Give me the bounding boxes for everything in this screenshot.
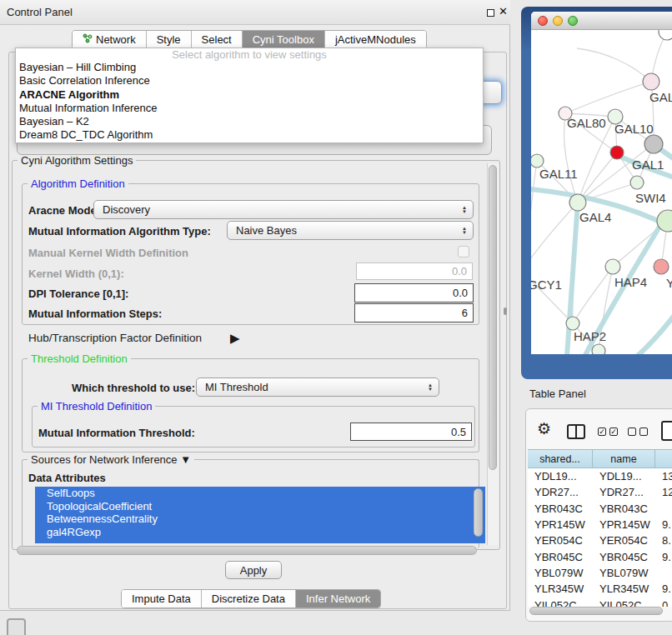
network-edge-thick[interactable]: [633, 315, 672, 354]
column-browser-icon[interactable]: [567, 424, 585, 439]
network-edge[interactable]: [531, 161, 537, 238]
table-panel: ⚙ ✓ ✓ shared...name YDL19...YDL19...13YD…: [525, 408, 672, 622]
control-panel-titlebar: Control Panel ✕: [0, 0, 510, 25]
tab-infer-network[interactable]: Infer Network: [296, 590, 380, 608]
node-gal?[interactable]: [643, 73, 659, 90]
table-column-header[interactable]: shared...: [528, 449, 593, 468]
node-label-gal4: GAL4: [579, 210, 611, 224]
table-cell: YPR145W: [593, 518, 655, 531]
zoom-traffic-light-icon[interactable]: [568, 16, 578, 26]
data-attributes-list[interactable]: SelfLoopsTopologicalCoefficientBetweenne…: [35, 487, 485, 543]
tab-select[interactable]: Select: [192, 31, 243, 48]
node-gal11[interactable]: [531, 154, 544, 168]
node-gal1[interactable]: [610, 146, 624, 159]
dpi-tolerance-field[interactable]: 0.0: [354, 283, 474, 302]
tab-discretize-data[interactable]: Discretize Data: [202, 590, 296, 608]
tab-jactivemnodules-label: jActiveMNodules: [335, 33, 416, 46]
table-column-header[interactable]: name: [593, 449, 655, 468]
table-row[interactable]: YIL052CYIL052C0.: [528, 597, 672, 607]
node-hap4[interactable]: [605, 259, 620, 274]
table-hscrollbar-thumb[interactable]: [529, 607, 663, 615]
algorithm-option[interactable]: Basic Correlation Inference: [16, 74, 483, 88]
table-cell: YBL079W: [528, 567, 593, 579]
algorithm-option[interactable]: Bayesian – Hill Climbing: [16, 61, 483, 74]
gear-icon[interactable]: ⚙: [537, 419, 551, 438]
data-attribute-item[interactable]: SelfLoops: [35, 487, 485, 500]
aracne-mode-combo[interactable]: Discovery ▲▼: [93, 200, 474, 219]
hub-expand-icon[interactable]: ▶: [230, 331, 240, 346]
table-row[interactable]: YDL19...YDL19...13: [528, 468, 672, 484]
kernel-width-field[interactable]: 0.0: [356, 262, 473, 280]
table-cell: YER054C: [593, 534, 655, 547]
table-row[interactable]: YER054CYER054C8.: [528, 532, 672, 548]
mi-threshold-value: 0.5: [451, 426, 466, 438]
deselect-all-checkbox-icon[interactable]: [639, 428, 648, 436]
table-cell: YBR045C: [528, 551, 593, 563]
which-threshold-combo[interactable]: MI Threshold ▲▼: [196, 378, 439, 397]
panel-title: Control Panel: [7, 0, 73, 25]
apply-button[interactable]: Apply: [225, 561, 282, 579]
tab-impute-data[interactable]: Impute Data: [122, 590, 202, 608]
table-hscrollbar[interactable]: [529, 607, 664, 616]
hub-section-label[interactable]: Hub/Transcription Factor Definition: [28, 332, 202, 344]
table-row[interactable]: YPR145WYPR145W9.: [528, 517, 672, 532]
tab-style[interactable]: Style: [147, 31, 192, 48]
table-row[interactable]: YBL079WYBL079W: [528, 565, 672, 581]
node-label-gal10: GAL10: [614, 122, 654, 136]
node-salmon[interactable]: [654, 259, 669, 274]
table-cell: 9.: [655, 582, 672, 595]
data-attribute-item[interactable]: TopologicalCoefficient: [35, 500, 485, 513]
tab-impute-data-label: Impute Data: [132, 592, 191, 605]
tab-cyni-toolbox[interactable]: Cyni Toolbox: [243, 31, 325, 48]
tab-jactivemnodules[interactable]: jActiveMNodules: [325, 31, 426, 48]
close-icon[interactable]: ✕: [499, 5, 508, 18]
select-all-checkbox-icon[interactable]: ✓: [598, 428, 606, 436]
sources-title[interactable]: Sources for Network Inference ▼: [28, 453, 194, 466]
algorithm-option[interactable]: Dream8 DC_TDC Algorithm: [16, 128, 483, 142]
threshold-definition-title: Threshold Definition: [28, 352, 131, 365]
collapsed-panel-icon[interactable]: [7, 618, 26, 635]
data-attribute-item[interactable]: gal4RGexp: [35, 526, 485, 539]
node-gray[interactable]: [644, 135, 663, 153]
table-column-header[interactable]: [655, 449, 672, 468]
network-edge[interactable]: [565, 82, 651, 113]
attr-list-scrollbar-thumb[interactable]: [474, 488, 483, 537]
settings-hscrollbar-thumb[interactable]: [17, 546, 477, 555]
algorithm-option[interactable]: ARACNE Algorithm: [16, 88, 483, 102]
algorithm-option[interactable]: Mutual Information Inference: [16, 102, 483, 115]
mi-steps-field[interactable]: 6: [354, 303, 474, 322]
table-row[interactable]: YLR345WYLR345W9.: [528, 581, 672, 597]
sources-title-text: Sources for Network Inference: [31, 453, 178, 466]
tab-discretize-data-label: Discretize Data: [212, 592, 285, 605]
network-edge[interactable]: [531, 202, 578, 271]
close-traffic-light-icon[interactable]: [538, 16, 548, 26]
node-top[interactable]: [659, 30, 672, 40]
table-row[interactable]: YBR043CYBR043C: [528, 501, 672, 517]
node-bottom[interactable]: [592, 344, 605, 354]
manual-kernel-checkbox[interactable]: [458, 246, 469, 258]
mi-threshold-field[interactable]: 0.5: [350, 422, 472, 441]
panel-splitter-handle[interactable]: [504, 308, 507, 315]
minimize-traffic-light-icon[interactable]: [553, 16, 563, 26]
tab-infer-network-label: Infer Network: [306, 592, 370, 605]
node-hap2[interactable]: [566, 317, 579, 330]
tab-network[interactable]: Network: [73, 31, 147, 48]
settings-vscrollbar-thumb[interactable]: [489, 165, 497, 470]
mi-type-combo[interactable]: Naive Bayes ▲▼: [227, 221, 474, 240]
data-attribute-item[interactable]: BetweennessCentrality: [35, 512, 485, 526]
export-table-icon[interactable]: [661, 421, 672, 441]
network-icon: [83, 33, 93, 46]
node-gal1g[interactable]: [630, 176, 644, 189]
deselect-all-checkbox-icon[interactable]: [628, 428, 636, 436]
network-canvas[interactable]: GALGAL80GAL10GAL1GAL11GAL4SWI4GCY1HAP4YH…: [531, 30, 672, 354]
float-window-icon[interactable]: [487, 9, 494, 17]
algorithm-definition-title: Algorithm Definition: [28, 178, 128, 190]
select-all-checkbox-icon[interactable]: ✓: [609, 428, 618, 436]
table-row[interactable]: YBR045CYBR045C9.: [528, 548, 672, 564]
kernel-width-value: 0.0: [452, 265, 467, 278]
node-label-gal?: GAL: [649, 90, 672, 104]
network-edge[interactable]: [577, 48, 651, 82]
algorithm-option[interactable]: Bayesian – K2: [16, 115, 483, 128]
table-row[interactable]: YDR27...YDR27...12: [528, 484, 672, 500]
node-gal4[interactable]: [569, 194, 586, 211]
